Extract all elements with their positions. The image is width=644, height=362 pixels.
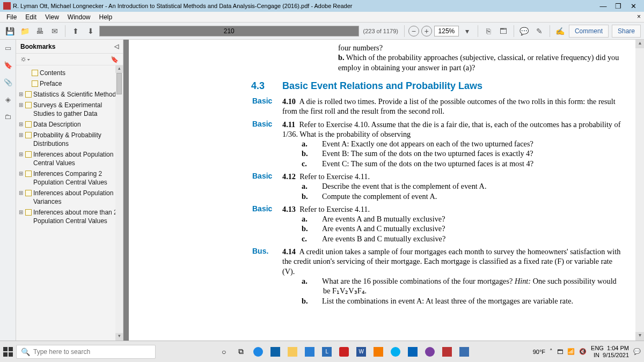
thumbnails-icon[interactable]: ▭ [3,43,13,53]
minimize-button[interactable]: — [596,2,611,10]
zoom-input[interactable] [434,26,459,36]
reader-icon[interactable] [440,345,454,359]
comment-button[interactable]: Comment [569,25,609,38]
scroll-up-icon[interactable]: ▴ [635,40,644,48]
collapse-panel-icon[interactable]: ◁ [114,43,119,50]
page-up-icon[interactable]: ⬆ [69,25,82,38]
bookmark-icon [25,209,32,216]
bookmark-item[interactable]: ⊞Statistics & Scientific Method [17,89,122,100]
bookmark-icon [25,102,32,108]
tray-battery-icon[interactable]: 🗔 [557,349,563,355]
bookmark-item[interactable]: ⊞Data Description [17,119,122,130]
sub-hint: Hint: [515,277,531,285]
mail-icon[interactable] [303,345,317,359]
word-icon[interactable]: W [354,345,368,359]
zoom-in-icon[interactable]: + [421,26,432,36]
maximize-button[interactable]: ❐ [611,2,626,10]
bookmark-item[interactable]: ⊞Inferences about more than 2 Population… [17,207,122,226]
scroll-down-icon[interactable]: ▾ [115,333,123,341]
print-icon[interactable]: 🖶 [33,25,46,38]
menu-help[interactable]: Help [95,13,117,21]
start-button[interactable] [3,347,13,357]
bookmark-item[interactable]: ⊞Probability & Probability Distributions [17,130,122,149]
security-icon[interactable] [337,345,351,359]
bookmark-item[interactable]: Preface [24,78,122,89]
share-button[interactable]: Share [612,25,641,38]
zoom-out-icon[interactable]: − [408,26,419,36]
taskbar-search[interactable]: 🔍 Type here to search [16,345,156,359]
photos-icon[interactable] [457,345,471,359]
expand-icon[interactable]: ⊞ [18,150,24,159]
exercise-level: Bus. [252,247,282,306]
scroll-down-icon[interactable]: ▾ [635,332,644,341]
highlight-icon[interactable]: ✎ [533,25,546,38]
sub-label: b. [312,296,322,306]
tool-icon-1[interactable]: ⎘ [482,25,495,38]
clock[interactable]: ENG 1:04 PM IN 9/15/2021 [591,345,629,359]
bookmark-item[interactable]: Contents [24,68,122,78]
open-icon[interactable]: 📁 [18,25,31,38]
outlook-icon[interactable] [406,345,420,359]
media-icon[interactable] [371,345,385,359]
tray-wifi-icon[interactable]: 📶 [567,348,575,355]
expand-icon[interactable]: ⊞ [18,120,24,129]
expand-icon[interactable]: ⊞ [18,131,24,139]
section-title: Basic Event Relations and Probability La… [282,80,482,91]
system-tray: 90°F ˄ 🗔 📶 🔇 ENG 1:04 PM IN 9/15/2021 💬 [533,345,641,359]
bookmarks-list: Contents Preface ⊞Statistics & Scientifi… [16,65,123,341]
bookmark-item[interactable]: ⊞Inferences about Population Central Val… [17,149,122,168]
menu-edit[interactable]: Edit [21,13,41,21]
tool-icon-2[interactable]: 🗔 [497,25,510,38]
store-icon[interactable] [268,345,282,359]
exercise-number: 4.11 [282,120,295,129]
skype-icon[interactable] [389,345,402,359]
layers-icon[interactable]: ◈ [3,94,13,104]
page-content: four numbers? b. Which of the probabilit… [129,40,639,341]
expand-icon[interactable]: ⊞ [18,208,24,217]
zoom-dropdown-icon[interactable]: ▾ [461,25,474,38]
sub-text: List the combinations in event A: At lea… [322,297,573,305]
bookmark-item[interactable]: ⊞Inferences about Population Variances [17,188,122,207]
menu-view[interactable]: View [41,13,63,21]
sub-text: Event C: The sum of the dots on the two … [322,159,533,168]
bookmarks-options-icon[interactable]: ⛭▾ [20,56,30,63]
save-icon[interactable]: 💾 [3,25,16,38]
app2-icon[interactable] [423,345,437,359]
sub-text: Event B: The sum of the dots on the two … [322,149,533,158]
sign-icon[interactable]: ✍ [554,25,567,38]
bookmark-item[interactable]: ⊞Inferences Comparing 2 Population Centr… [17,168,122,188]
signatures-icon[interactable]: 🗀 [3,112,13,121]
notifications-icon[interactable]: 💬 [633,348,641,355]
bookmark-tab-icon[interactable]: 🔖 [3,60,13,70]
app-icon[interactable]: L [320,345,334,359]
page-scrollbar[interactable]: ▴ ▾ [635,40,644,341]
sub-label: b. [312,224,322,233]
expand-icon[interactable]: ⊞ [18,101,24,109]
expand-icon[interactable]: ⊞ [18,169,24,178]
expand-icon[interactable]: ⊞ [18,189,24,197]
edge-icon[interactable] [251,345,265,359]
bookmarks-new-icon[interactable]: 🔖 [111,56,119,63]
taskview-icon[interactable]: ⧉ [234,345,248,359]
menu-file[interactable]: File [2,13,21,21]
cortana-icon[interactable]: ○ [217,345,231,359]
tray-volume-icon[interactable]: 🔇 [579,348,587,355]
attachment-icon[interactable]: 📎 [3,77,13,87]
expand-icon[interactable]: ⊞ [18,90,24,99]
weather-widget[interactable]: 90°F [533,349,545,355]
close-button[interactable]: ✕ [626,2,641,10]
scroll-up-icon[interactable]: ▴ [115,65,123,73]
doc-close-button[interactable]: × [637,13,641,20]
exercise-level: Basic [252,172,282,201]
email-icon[interactable]: ✉ [48,25,61,38]
page-input[interactable] [99,26,359,36]
explorer-icon[interactable] [286,345,299,359]
bookmark-icon [25,151,32,158]
tray-chevron-icon[interactable]: ˄ [550,348,553,355]
menu-window[interactable]: Window [63,13,95,21]
annotate-icon[interactable]: 💬 [518,25,531,38]
bookmarks-scrollbar[interactable]: ▴ ▾ [115,65,123,341]
scroll-thumb[interactable] [116,73,122,94]
page-down-icon[interactable]: ⬇ [84,25,97,38]
bookmark-item[interactable]: ⊞Surveys & Experimental Studies to gathe… [17,100,122,119]
